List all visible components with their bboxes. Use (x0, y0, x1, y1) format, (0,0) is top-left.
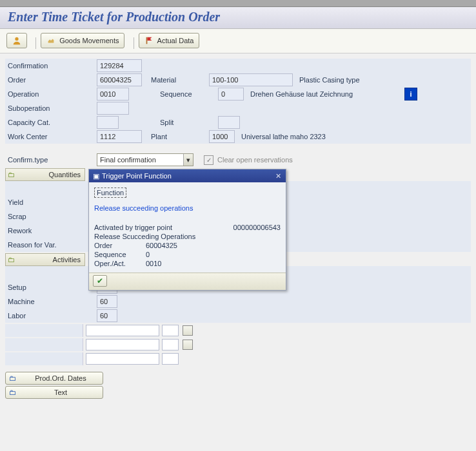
folder-icon: 🗀 (6, 171, 16, 178)
window-icon: ▣ (93, 171, 99, 181)
workcenter-value[interactable]: 1112 (97, 130, 142, 143)
workcenter-label: Work Center (5, 130, 92, 144)
operation-value[interactable]: 0010 (97, 88, 129, 101)
trigger-point-popup: ▣ Trigger Point Function ✕ Function Rele… (88, 169, 286, 291)
clear-reservations-checkbox[interactable]: ✓ (204, 155, 213, 165)
chevron-down-icon: ▾ (183, 154, 193, 166)
sequence-label: Sequence (160, 90, 218, 98)
capacity-value[interactable] (97, 116, 119, 129)
user-settings-button[interactable] (6, 33, 27, 48)
folder-icon: 🗀 (6, 389, 19, 396)
machine-label: Machine (5, 294, 92, 309)
extra-input-3b[interactable] (162, 353, 179, 365)
activated-label: Activated by trigger point (94, 224, 172, 231)
tab-activities-label: Activities (16, 256, 84, 264)
extra-input-1b[interactable] (162, 325, 179, 336)
popup-desc: Release Scucceding Operations (94, 233, 195, 240)
yield-label: Yield (5, 195, 92, 209)
confirm-type-label: Confirm.type (5, 153, 92, 167)
material-label: Material (151, 76, 209, 84)
extra-checkbox-1[interactable] (183, 325, 193, 336)
clear-reservations-label: Clear open reservations (217, 156, 293, 164)
flag-icon (144, 36, 154, 45)
rework-label: Rework (5, 224, 92, 238)
check-icon: ✔ (97, 276, 103, 285)
popup-function-label: Function (94, 187, 126, 198)
popup-titlebar[interactable]: ▣ Trigger Point Function ✕ (89, 169, 286, 182)
material-text: Plastic Casing type (299, 76, 360, 84)
sequence-value[interactable]: 0 (218, 88, 244, 101)
split-value[interactable] (218, 116, 240, 129)
actual-data-button[interactable]: Actual Data (139, 33, 200, 48)
actual-data-label: Actual Data (157, 37, 194, 44)
hand-icon (46, 36, 55, 45)
tab-quantities[interactable]: 🗀 Quantities (5, 168, 85, 181)
popup-sequence-label: Sequence (94, 251, 146, 258)
popup-oper-value: 0010 (146, 260, 281, 267)
plant-label: Plant (151, 133, 209, 140)
user-icon (12, 36, 21, 45)
popup-order-value: 60004325 (146, 242, 281, 249)
operation-text: Drehen Gehäuse laut Zeichnung (250, 90, 353, 98)
goods-movements-label: Goods Movements (59, 37, 119, 44)
extra-input-2a[interactable] (86, 339, 159, 350)
suboperation-value[interactable] (97, 102, 129, 115)
labor-label: Labor (5, 309, 92, 323)
extra-checkbox-2[interactable] (183, 340, 193, 350)
prod-ord-dates-label: Prod.Ord. Dates (19, 374, 103, 382)
confirm-type-value: Final confirmation (100, 156, 156, 164)
svg-point-0 (15, 37, 18, 41)
folder-icon: 🗀 (6, 374, 19, 382)
suboperation-label: Suboperation (5, 101, 92, 115)
tab-quantities-label: Quantities (16, 171, 84, 178)
popup-oper-label: Oper./Act. (94, 260, 146, 267)
goods-movements-button[interactable]: Goods Movements (41, 33, 124, 48)
activated-value: 000000006543 (172, 224, 281, 231)
confirmation-value[interactable]: 129284 (97, 59, 142, 72)
plant-text: Universal lathe maho 2323 (241, 133, 326, 140)
machine-value[interactable]: 60 (97, 295, 117, 308)
prod-ord-dates-button[interactable]: 🗀 Prod.Ord. Dates (5, 372, 103, 385)
popup-sequence-value: 0 (146, 251, 281, 258)
confirmation-label: Confirmation (5, 59, 92, 73)
popup-title-text: Trigger Point Function (102, 171, 274, 181)
extra-input-1a[interactable] (86, 325, 159, 336)
extra-input-3a[interactable] (86, 353, 159, 365)
confirm-type-dropdown[interactable]: Final confirmation ▾ (97, 153, 193, 166)
app-toolbar: Goods Movements Actual Data (0, 29, 476, 53)
tab-activities[interactable]: 🗀 Activities (5, 253, 85, 266)
scrap-label: Scrap (5, 209, 92, 224)
text-label: Text (19, 389, 103, 396)
capacity-label: Capacity Cat. (5, 115, 92, 130)
close-icon[interactable]: ✕ (274, 171, 282, 181)
page-title: Enter Time Ticket for Production Order (8, 10, 220, 24)
text-button[interactable]: 🗀 Text (5, 386, 103, 399)
extra-input-2b[interactable] (162, 339, 179, 350)
setup-label: Setup (5, 280, 92, 294)
popup-order-label: Order (94, 242, 146, 249)
release-link[interactable]: Release succeeding operations (94, 204, 281, 212)
folder-icon: 🗀 (6, 256, 16, 264)
operation-label: Operation (5, 87, 92, 101)
material-value[interactable]: 100-100 (209, 73, 293, 86)
order-value[interactable]: 60004325 (97, 73, 142, 86)
split-label: Split (160, 119, 218, 126)
reason-label: Reason for Var. (5, 238, 92, 252)
order-label: Order (5, 73, 92, 87)
info-button[interactable]: i (404, 88, 417, 101)
labor-value[interactable]: 60 (97, 309, 117, 322)
popup-ok-button[interactable]: ✔ (93, 275, 107, 287)
svg-rect-1 (146, 37, 147, 44)
plant-value[interactable]: 1000 (209, 130, 235, 143)
